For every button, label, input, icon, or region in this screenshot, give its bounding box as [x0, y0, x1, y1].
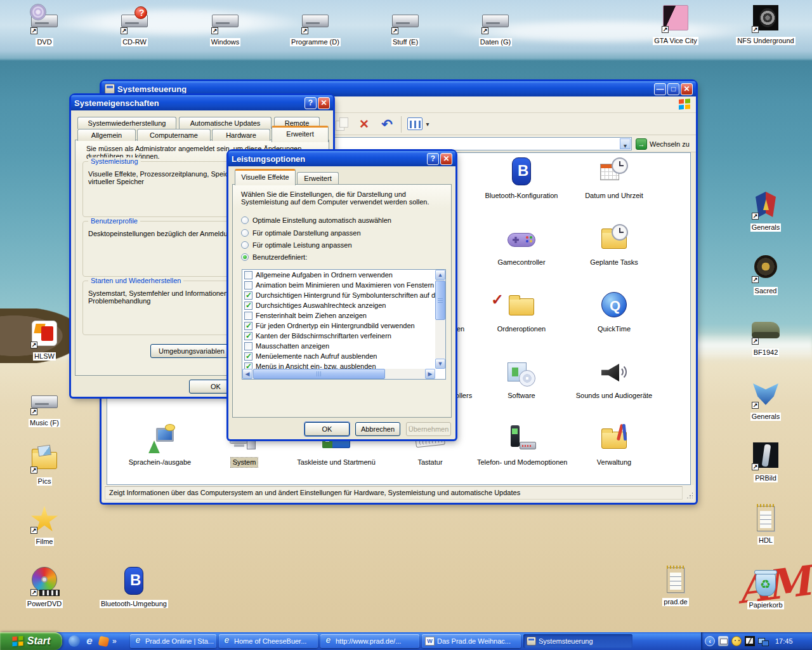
checkbox[interactable] [244, 312, 252, 320]
effect-label: Menüelemente nach Aufruf ausblenden [256, 352, 377, 360]
tab[interactable]: Erweitert [272, 126, 329, 142]
control-panel-item[interactable]: Sounds und Audiogeräte [568, 357, 660, 401]
radio-label: Optimale Einstellung automatisch auswähl… [252, 216, 391, 224]
tab[interactable]: Allgemein [77, 129, 136, 141]
effect-option[interactable]: Fensterinhalt beim Ziehen anzeigen [242, 310, 435, 321]
control-panel-item-label: Geplante Tasks [588, 258, 640, 267]
task-icon [425, 637, 435, 646]
system-properties-titlebar[interactable]: Systemeigenschaften ? ✕ [71, 95, 333, 110]
scroll-up-icon[interactable]: ▲ [435, 270, 445, 280]
vertical-scrollbar[interactable]: ▲ ▼ [435, 270, 445, 369]
control-panel-item[interactable]: QuickTime [568, 291, 660, 334]
radio-button [241, 229, 249, 237]
taskbar-task-button[interactable]: Prad.de Online | Sta... [130, 634, 216, 648]
control-panel-item-label: QuickTime [596, 324, 632, 334]
control-panel-item-label: Software [506, 391, 537, 401]
checkbox[interactable] [244, 302, 252, 310]
quicklaunch-overflow-icon[interactable] [112, 632, 117, 650]
dialog-button[interactable]: Abbrechen [355, 422, 400, 436]
control-panel-item-label: Sprachein-/ausgabe [127, 458, 193, 467]
radio-option[interactable]: Für optimale Darstellung anpassen [241, 229, 361, 237]
task-label: Das Prad.de Weihnac... [437, 637, 511, 645]
tray-messenger-icon[interactable] [718, 636, 728, 646]
effect-option[interactable]: Allgemeine Aufgaben in Ordnern verwenden [242, 270, 435, 280]
effect-option[interactable]: Animation beim Minimieren und Maximieren… [242, 280, 435, 290]
control-panel-item[interactable]: Gamecontroller [475, 224, 568, 267]
quick-launch [65, 632, 127, 650]
checkbox[interactable] [244, 342, 252, 350]
environment-variables-button[interactable]: Umgebungsvariablen [150, 344, 233, 358]
quicklaunch-blue-icon[interactable] [69, 635, 80, 647]
effects-listbox: Allgemeine Aufgaben in Ordnern verwenden… [242, 269, 446, 380]
radio-button [241, 253, 249, 261]
control-panel-item[interactable]: Verwaltung [568, 424, 660, 467]
radio-option[interactable]: Optimale Einstellung automatisch auswähl… [241, 216, 391, 224]
control-panel-item[interactable]: Bluetooth-Konfiguration [475, 157, 568, 201]
taskbar-task-button[interactable]: Home of CheeseBuer... [219, 634, 318, 648]
close-button[interactable]: ✕ [440, 153, 452, 165]
effect-label: Für jeden Ordnertyp ein Hintergrundbild … [256, 322, 415, 329]
tab[interactable]: Automatische Updates [179, 117, 272, 129]
dialog-button[interactable]: Übernehmen [406, 422, 451, 436]
task-label: http://www.prad.de/... [336, 637, 401, 645]
dialog-button[interactable]: OK [304, 422, 350, 436]
control-panel-item[interactable]: Telefon- und Modemoptionen [475, 424, 568, 467]
radio-option[interactable]: Für optimale Leistung anpassen [241, 241, 352, 249]
checkbox[interactable] [244, 362, 252, 369]
task-label: Home of CheeseBuer... [234, 637, 306, 645]
help-button[interactable]: ? [427, 153, 439, 165]
taskbar-task-button[interactable]: Systemsteuerung [523, 634, 632, 648]
control-panel-item-glyph [506, 224, 537, 255]
close-button[interactable]: ✕ [318, 97, 330, 109]
control-panel-item-label: Telefon- und Modemoptionen [475, 458, 569, 467]
effect-option[interactable]: Durchsichtigen Hintergrund für Symbolunt… [242, 290, 435, 300]
tab[interactable]: Erweitert [297, 172, 339, 184]
control-panel-item[interactable]: Geplante Tasks [568, 224, 660, 267]
checkbox[interactable] [244, 352, 252, 361]
scroll-down-icon[interactable]: ▼ [435, 359, 445, 369]
tab[interactable]: Visuelle Effekte [235, 169, 296, 185]
checkbox[interactable] [244, 332, 252, 340]
checkbox[interactable] [244, 271, 252, 279]
control-panel-item[interactable]: Sprachein-/ausgabe [114, 424, 206, 467]
effect-option[interactable]: Mausschatten anzeigen [242, 341, 435, 351]
checkbox[interactable] [244, 281, 252, 289]
control-panel-item[interactable]: Datum und Uhrzeit [568, 157, 660, 201]
tray-network-icon[interactable] [758, 636, 768, 646]
control-panel-item-glyph [599, 224, 629, 255]
quicklaunch-ie-icon[interactable] [84, 635, 95, 647]
radio-button [241, 216, 249, 224]
effect-option[interactable]: Durchsichtiges Auswahlrechteck anzeigen [242, 300, 435, 310]
tab[interactable]: Hardware [212, 129, 270, 141]
help-button[interactable]: ? [304, 97, 317, 109]
tray-app-icon[interactable] [745, 636, 755, 646]
radio-label: Für optimale Leistung anpassen [252, 241, 352, 249]
checkbox[interactable] [244, 322, 252, 330]
checkbox[interactable] [244, 291, 252, 300]
scroll-left-icon[interactable]: ◀ [242, 369, 252, 379]
taskbar-task-button[interactable]: http://www.prad.de/... [320, 634, 419, 648]
effect-option[interactable]: Kanten der Bildschirmschriftarten verfei… [242, 331, 435, 341]
task-icon [222, 637, 232, 646]
tab[interactable]: Systemwiederherstellung [77, 117, 176, 129]
tray-collapse-icon[interactable] [705, 636, 715, 646]
quicklaunch-orange-icon[interactable] [98, 635, 110, 647]
scroll-right-icon[interactable]: ▶ [425, 369, 435, 379]
start-button[interactable]: Start [0, 632, 62, 650]
effect-option[interactable]: Menüelemente nach Aufruf ausblenden [242, 351, 435, 361]
performance-options-titlebar[interactable]: Leistungsoptionen ? ✕ [228, 151, 455, 166]
control-panel-item-label: ollers [454, 391, 474, 401]
effect-option[interactable]: Menüs in Ansicht ein- bzw. ausblenden [242, 361, 435, 369]
tab[interactable]: Computername [137, 129, 211, 141]
dialog-title: Systemeigenschaften [74, 98, 159, 108]
vertical-scroll-thumb[interactable] [435, 281, 445, 320]
effect-label: Mausschatten anzeigen [256, 342, 329, 350]
horizontal-scrollbar[interactable]: ◀ ▶ [242, 369, 435, 379]
taskbar-task-button[interactable]: Das Prad.de Weihnac... [422, 634, 521, 648]
radio-option[interactable]: Benutzerdefiniert: [241, 253, 307, 261]
control-panel-item-glyph [506, 424, 537, 454]
tray-smiley-icon[interactable] [731, 636, 742, 646]
horizontal-scroll-thumb[interactable] [253, 369, 385, 379]
effect-option[interactable]: Für jeden Ordnertyp ein Hintergrundbild … [242, 321, 435, 331]
control-panel-item-label: Bluetooth-Konfiguration [483, 191, 560, 201]
